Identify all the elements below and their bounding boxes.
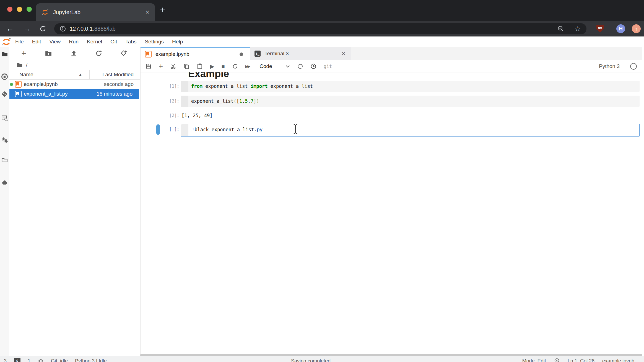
property-inspector-icon[interactable] bbox=[1, 115, 8, 122]
notebook-content: Example [1]: from exponent_a_list import… bbox=[141, 72, 642, 354]
refresh-icon[interactable] bbox=[95, 50, 103, 57]
main-dock-panel: example.ipynb $_ Terminal 3 × + bbox=[140, 47, 642, 356]
run-cell-icon[interactable]: ▶ bbox=[210, 63, 214, 69]
notification-icon[interactable] bbox=[554, 358, 560, 362]
browser-toolbar: ← → 127.0.0.1:8888/lab ☆ uo H ↑ bbox=[0, 21, 644, 36]
bug-icon[interactable] bbox=[38, 358, 44, 362]
breadcrumb[interactable]: / bbox=[9, 60, 140, 70]
notebook-mode[interactable]: Mode: Edit bbox=[522, 358, 546, 362]
menu-edit[interactable]: Edit bbox=[28, 39, 45, 45]
zoom-out-icon[interactable] bbox=[557, 25, 564, 32]
upload-icon[interactable] bbox=[70, 50, 78, 57]
code-cell-1: [1]: from exponent_a_list import exponen… bbox=[141, 81, 642, 93]
active-cell-editor[interactable]: !black exponent_a_list.py bbox=[181, 124, 640, 137]
tab-example-ipynb[interactable]: example.ipynb bbox=[141, 47, 250, 60]
menu-tabs[interactable]: Tabs bbox=[121, 39, 141, 45]
url-text[interactable]: 127.0.0.1:8888/lab bbox=[70, 26, 116, 32]
menu-settings[interactable]: Settings bbox=[141, 39, 168, 45]
save-icon[interactable] bbox=[146, 63, 152, 69]
active-file-name[interactable]: example.ipynb bbox=[602, 358, 634, 362]
tab-terminal-3[interactable]: $_ Terminal 3 × bbox=[250, 47, 351, 60]
new-folder-icon[interactable] bbox=[45, 50, 53, 57]
column-divider bbox=[89, 70, 90, 79]
file-list-header: Name ▲ Last Modified bbox=[9, 70, 140, 80]
home-folder-icon[interactable] bbox=[17, 62, 23, 68]
back-icon[interactable]: ← bbox=[6, 25, 14, 33]
cursor-position[interactable]: Ln 1, Col 26 bbox=[568, 358, 594, 362]
terminals-count[interactable]: 3 bbox=[4, 358, 7, 362]
cell-input-prompt: [ ]: bbox=[152, 124, 179, 135]
chevron-down-icon[interactable] bbox=[285, 65, 290, 68]
git-status[interactable]: Git: idle bbox=[51, 358, 68, 362]
paste-cells-icon[interactable] bbox=[197, 63, 203, 69]
column-last-modified[interactable]: Last Modified bbox=[102, 72, 134, 78]
copy-cells-icon[interactable] bbox=[183, 63, 189, 69]
browser-tab-close-icon[interactable]: × bbox=[146, 9, 149, 15]
kernel-status-icon[interactable] bbox=[630, 63, 637, 70]
kernels-count[interactable]: 1 bbox=[28, 358, 30, 362]
cut-cells-icon[interactable] bbox=[170, 63, 176, 69]
extensions-settings-icon[interactable] bbox=[1, 137, 8, 144]
sort-ascending-icon[interactable]: ▲ bbox=[79, 72, 82, 77]
terminal-status-icon[interactable]: $ bbox=[14, 358, 20, 362]
menu-kernel[interactable]: Kernel bbox=[83, 39, 106, 45]
cell-gutter bbox=[181, 96, 188, 107]
cell-editor[interactable]: from exponent_a_list import exponent_a_l… bbox=[181, 81, 640, 92]
jupyter-logo bbox=[2, 37, 11, 46]
maximize-window-button[interactable] bbox=[27, 7, 32, 12]
history-clock-icon[interactable] bbox=[310, 63, 316, 69]
minimize-window-button[interactable] bbox=[17, 7, 22, 12]
git-clone-icon[interactable] bbox=[120, 50, 128, 57]
file-row-example-ipynb[interactable]: example.ipynb seconds ago bbox=[9, 80, 140, 89]
breadcrumb-path: / bbox=[26, 62, 27, 68]
site-info-icon[interactable] bbox=[60, 26, 66, 32]
python-file-icon bbox=[15, 91, 22, 97]
reload-icon[interactable] bbox=[39, 25, 46, 32]
kernel-status-text[interactable]: Python 3 | Idle bbox=[75, 358, 107, 362]
bookmark-star-icon[interactable]: ☆ bbox=[575, 25, 581, 33]
file-browser-icon[interactable] bbox=[1, 51, 8, 57]
running-sessions-icon[interactable] bbox=[1, 73, 8, 80]
restart-kernel-icon[interactable] bbox=[232, 63, 238, 69]
browser-tab[interactable]: JupyterLab × bbox=[36, 3, 155, 21]
active-code-cell: [ ]: !black exponent_a_list.py bbox=[141, 124, 642, 136]
menu-git[interactable]: Git bbox=[106, 39, 121, 45]
browser-update-icon[interactable]: ↑ bbox=[632, 24, 641, 33]
git-toolbar-label[interactable]: git bbox=[324, 64, 332, 69]
new-launcher-icon[interactable]: + bbox=[20, 50, 28, 57]
ublock-extension-icon[interactable]: uo bbox=[596, 25, 604, 33]
url-bar[interactable]: 127.0.0.1:8888/lab ☆ bbox=[54, 23, 586, 34]
add-cell-icon[interactable]: + bbox=[159, 63, 163, 69]
unsaved-changes-dot[interactable] bbox=[240, 53, 243, 56]
cell-input-prompt: [1]: bbox=[152, 81, 179, 92]
menu-file[interactable]: File bbox=[11, 39, 28, 45]
stop-kernel-icon[interactable]: ■ bbox=[222, 63, 225, 69]
toolbar-separator bbox=[610, 25, 610, 32]
terminal-tab-icon: $_ bbox=[255, 51, 261, 57]
close-window-button[interactable] bbox=[7, 7, 12, 12]
forward-icon[interactable]: → bbox=[23, 25, 31, 33]
column-name[interactable]: Name bbox=[19, 72, 33, 78]
open-tabs-icon[interactable] bbox=[1, 156, 8, 163]
profile-avatar[interactable]: H bbox=[616, 24, 625, 33]
output-cell-2: [2]: [1, 25, 49] bbox=[141, 110, 642, 122]
kernel-running-dot bbox=[10, 83, 13, 86]
window-controls[interactable] bbox=[7, 7, 32, 12]
code-cell-2: [2]: exponent_a_list([1,5,7]) bbox=[141, 96, 642, 108]
status-bar: 3 $ 1 Git: idle Python 3 | Idle Saving c… bbox=[0, 356, 644, 362]
cell-editor[interactable]: exponent_a_list([1,5,7]) bbox=[181, 96, 640, 107]
menu-view[interactable]: View bbox=[45, 39, 65, 45]
file-row-exponent-a-list-py[interactable]: exponent_a_list.py 15 minutes ago bbox=[9, 89, 139, 99]
git-diff-icon[interactable] bbox=[297, 63, 303, 69]
new-tab-button[interactable]: + bbox=[160, 4, 165, 15]
restart-run-all-icon[interactable]: ▶▶ bbox=[245, 63, 250, 69]
cell-code: !black exponent_a_list.py bbox=[192, 124, 263, 135]
git-icon[interactable] bbox=[1, 91, 8, 98]
markdown-heading[interactable]: Example bbox=[188, 72, 229, 80]
cell-type-select[interactable]: Code bbox=[259, 63, 272, 69]
menu-run[interactable]: Run bbox=[65, 39, 83, 45]
extension-manager-icon[interactable] bbox=[1, 179, 8, 186]
menu-help[interactable]: Help bbox=[168, 39, 187, 45]
kernel-name[interactable]: Python 3 bbox=[599, 63, 620, 69]
tab-close-icon[interactable]: × bbox=[342, 50, 345, 57]
